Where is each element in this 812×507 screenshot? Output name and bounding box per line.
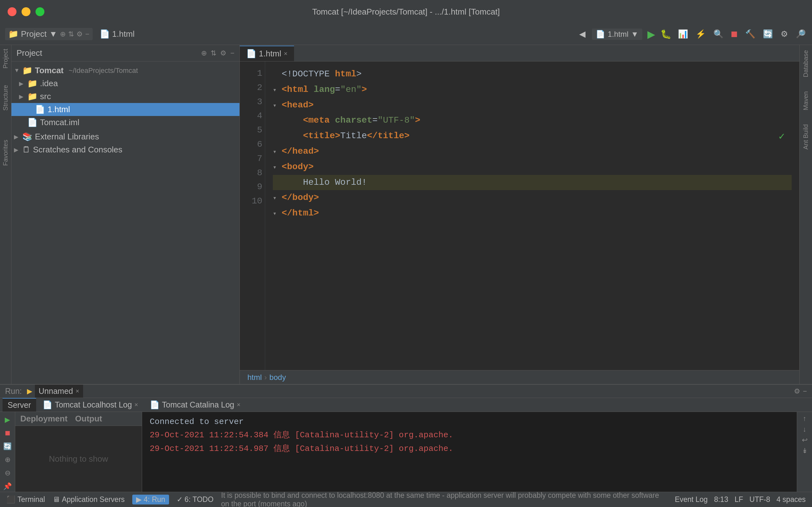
- minimize-panel-icon[interactable]: −: [230, 49, 235, 57]
- fold-4[interactable]: [273, 116, 279, 126]
- fold-2[interactable]: ▾: [273, 85, 279, 95]
- add-content-icon[interactable]: ⊕: [201, 49, 207, 57]
- code-line-8: Hello World!: [273, 175, 792, 190]
- search-button[interactable]: 🔍: [712, 28, 725, 40]
- run-tab-catalina-log[interactable]: 📄 Tomcat Catalina Log ×: [145, 398, 246, 411]
- terminal-label: Terminal: [17, 495, 45, 504]
- toolbar-icon-close[interactable]: −: [85, 30, 90, 38]
- stop-button[interactable]: ⏹: [730, 29, 739, 39]
- tree-item-tomcat-iml[interactable]: ▶ 📄 Tomcat.iml: [11, 116, 240, 129]
- fold-1[interactable]: [273, 70, 279, 80]
- event-log-link[interactable]: Event Log: [675, 495, 708, 504]
- maximize-button[interactable]: [36, 7, 44, 16]
- code-line-7: ▾ <body>: [273, 159, 792, 175]
- update-button[interactable]: 🔄: [762, 28, 774, 40]
- ant-build-icon[interactable]: Ant Build: [801, 122, 811, 152]
- indent-indicator[interactable]: 4 spaces: [776, 495, 806, 504]
- idea-folder-icon: 📁: [27, 78, 38, 89]
- close-tab-icon[interactable]: ×: [284, 50, 288, 57]
- tree-item-idea[interactable]: ▶ 📁 .idea: [11, 77, 240, 90]
- bottom-minus-icon[interactable]: −: [803, 387, 807, 395]
- scroll-down-icon[interactable]: ↓: [803, 425, 806, 434]
- project-icon[interactable]: Project: [1, 48, 10, 70]
- collapse-all-icon[interactable]: ⇅: [211, 49, 216, 57]
- fold-6[interactable]: ▾: [273, 147, 279, 157]
- project-selector[interactable]: 📁 Project ▼ ⊕ ⇅ ⚙ −: [5, 28, 93, 40]
- fold-3[interactable]: ▾: [273, 101, 279, 111]
- coverage-button[interactable]: 📊: [676, 28, 689, 40]
- project-panel: Project ⊕ ⇅ ⚙ − ▼ 📁 Tomcat ~/IdeaProject…: [11, 45, 240, 384]
- scroll-up-icon[interactable]: ↑: [803, 414, 806, 423]
- localhost-log-icon: 📄: [43, 400, 52, 409]
- traffic-lights: [8, 7, 44, 16]
- code-line-5: <title>Title</title>: [273, 128, 792, 144]
- todo-icon: ✓: [177, 495, 183, 504]
- iml-file-icon: 📄: [27, 118, 38, 127]
- app-servers-tab[interactable]: 🖥 Application Servers: [53, 495, 125, 504]
- tree-item-external-libraries[interactable]: ▶ 📚 External Libraries: [11, 130, 240, 143]
- tomcat-project-icon: 📁: [22, 66, 32, 75]
- restart-icon[interactable]: ▶: [3, 414, 11, 425]
- pin-icon[interactable]: 📌: [2, 481, 13, 492]
- fold-8[interactable]: [273, 178, 279, 188]
- expand-arrow-ext: ▶: [14, 133, 20, 140]
- tree-item-src[interactable]: ▶ 📁 src: [11, 90, 240, 103]
- toolbar-icon-split[interactable]: ⇅: [68, 30, 74, 38]
- localhost-log-close[interactable]: ×: [135, 401, 138, 408]
- todo-tab-status[interactable]: ✓ 6: TODO: [177, 495, 213, 504]
- encoding-indicator[interactable]: UTF-8: [750, 495, 770, 504]
- tomcat-label: Tomcat: [35, 66, 64, 75]
- build-button[interactable]: 🔨: [744, 28, 757, 40]
- database-icon[interactable]: Database: [801, 48, 811, 80]
- search-everywhere-button[interactable]: 🔎: [794, 28, 807, 40]
- editor-tab-1html[interactable]: 📄 1.html ×: [240, 46, 294, 61]
- run-tab-status[interactable]: ▶ 4: Run: [132, 495, 169, 504]
- bottom-settings-icon[interactable]: ⚙: [794, 387, 800, 395]
- structure-icon[interactable]: Structure: [1, 83, 10, 112]
- close-button[interactable]: [8, 7, 16, 16]
- position-indicator[interactable]: 8:13: [714, 495, 728, 504]
- soft-wrap-icon[interactable]: ↩: [802, 436, 808, 444]
- breadcrumb-body[interactable]: body: [269, 373, 286, 382]
- fold-5[interactable]: [273, 131, 279, 142]
- run-tab-localhost-log[interactable]: 📄 Tomcat Localhost Log ×: [38, 398, 143, 411]
- terminal-tab[interactable]: ⬛ Terminal: [6, 495, 45, 504]
- tree-item-1html[interactable]: ▶ 📄 1.html: [11, 103, 240, 116]
- idea-label: .idea: [40, 78, 58, 89]
- run-config-tab-close[interactable]: ×: [75, 388, 79, 395]
- run-sub-tabs: Server 📄 Tomcat Localhost Log × 📄 Tomcat…: [0, 398, 812, 412]
- output-line-1: Connected to server: [150, 417, 789, 427]
- tree-item-scratches[interactable]: ▶ 🗒 Scratches and Consoles: [11, 143, 240, 156]
- maven-icon[interactable]: Maven: [801, 89, 811, 113]
- status-message: It is possible to bind and connect to lo…: [221, 491, 667, 507]
- scroll-to-end-icon[interactable]: ↡: [802, 447, 808, 455]
- toolbar-icon-settings[interactable]: ⚙: [77, 30, 83, 38]
- lf-indicator[interactable]: LF: [734, 495, 743, 504]
- bottom-content: ▶ ⏹ 🔄 ⊕ ⊖ 📌 Deployment Output Nothing to…: [0, 412, 812, 492]
- favorites-icon[interactable]: Favorites: [1, 138, 10, 167]
- tree-item-tomcat[interactable]: ▼ 📁 Tomcat ~/IdeaProjects/Tomcat: [11, 64, 240, 77]
- fold-7[interactable]: ▾: [273, 163, 279, 173]
- run-button[interactable]: ▶: [647, 28, 655, 40]
- profile-button[interactable]: ⚡: [694, 28, 707, 40]
- run-config-tab[interactable]: Unnamed ×: [35, 385, 83, 398]
- deploy-icon[interactable]: ⊕: [3, 454, 12, 465]
- main-area: Project Structure Favorites Project ⊕ ⇅ …: [0, 45, 812, 384]
- toolbar-icon-add[interactable]: ⊕: [60, 30, 66, 38]
- settings-button[interactable]: ⚙: [779, 28, 789, 40]
- stop-server-icon[interactable]: ⏹: [3, 428, 12, 439]
- update-app-icon[interactable]: 🔄: [2, 441, 13, 452]
- run-tab-server[interactable]: Server: [3, 398, 36, 412]
- debug-button[interactable]: 🐛: [660, 29, 671, 39]
- catalina-log-close[interactable]: ×: [237, 401, 241, 408]
- undeploy-icon[interactable]: ⊖: [3, 468, 12, 478]
- run-config-selector[interactable]: 📄 1.html ▼: [592, 29, 642, 40]
- minimize-button[interactable]: [21, 7, 31, 16]
- code-editor[interactable]: 1 2 3 4 5 6 7 8 9 10 <!DOCTYPE html>: [240, 61, 799, 370]
- settings-icon[interactable]: ⚙: [220, 49, 226, 57]
- nav-back-button[interactable]: ◀: [578, 28, 587, 40]
- fold-9[interactable]: ▾: [273, 193, 279, 204]
- fold-10[interactable]: ▾: [273, 209, 279, 219]
- code-content[interactable]: <!DOCTYPE html> ▾ <html lang="en"> ▾ <he…: [265, 61, 799, 370]
- breadcrumb-html[interactable]: html: [247, 373, 262, 382]
